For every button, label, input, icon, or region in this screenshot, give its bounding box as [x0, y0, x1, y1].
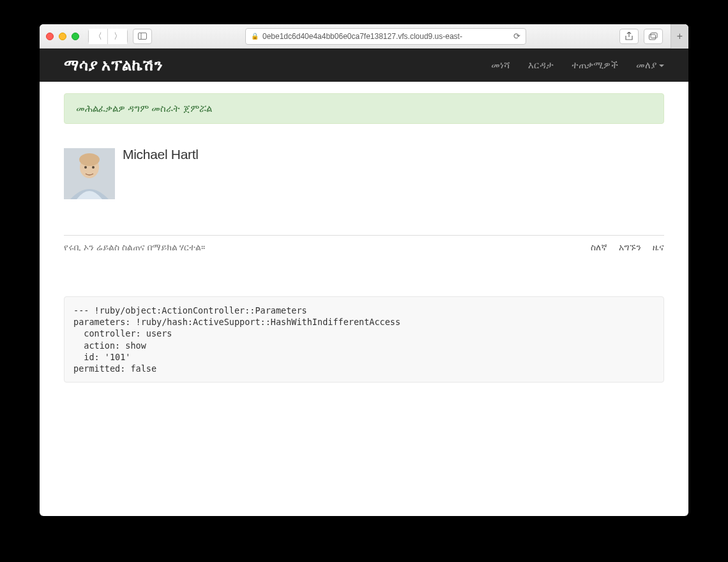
- profile-name: Michael Hartl: [123, 147, 199, 162]
- back-button[interactable]: 〈: [89, 29, 108, 44]
- page-footer: የሩቢ ኦን ሬይልስ ስልጠና በማይክል ሃርተል፡፡ ስለኛ አግኙን ዜ…: [64, 242, 664, 253]
- svg-point-7: [84, 166, 87, 169]
- svg-point-6: [79, 153, 100, 166]
- footer-link-about[interactable]: ስለኛ: [591, 242, 607, 253]
- nav-link-home[interactable]: መነሻ: [491, 59, 510, 71]
- forward-button[interactable]: 〉: [108, 29, 127, 44]
- browser-window: 〈 〉 🔒 0ebe1dc6d40e4a4bb06e0ca7fe138127.v…: [40, 24, 688, 516]
- footer-links: ስለኛ አግኙን ዜና: [591, 242, 664, 253]
- reload-icon[interactable]: ⟳: [513, 31, 520, 41]
- footer-tagline: የሩቢ ኦን ሬይልስ ስልጠና በማይክል ሃርተል፡፡: [64, 242, 205, 253]
- address-bar[interactable]: 🔒 0ebe1dc6d40e4a4bb06e0ca7fe138127.vfs.c…: [245, 28, 526, 45]
- sidebar-toggle-button[interactable]: [133, 29, 152, 44]
- chevron-down-icon: [659, 65, 664, 67]
- app-brand[interactable]: ማሳያ አፕልኬሽን: [64, 57, 162, 74]
- url-text: 0ebe1dc6d40e4a4bb06e0ca7fe138127.vfs.clo…: [262, 32, 510, 41]
- nav-back-forward: 〈 〉: [88, 29, 128, 44]
- nav-link-users[interactable]: ተጠቃሚዎች: [572, 59, 618, 71]
- page-content: መሕልፈቃልዎ ዳግም መስራት ጀምሯል Michael Hartl የሩቢ …: [40, 82, 688, 516]
- nav-link-account-label: መለያ: [636, 59, 656, 71]
- app-navbar: ማሳያ አፕልኬሽን መነሻ እርዳታ ተጠቃሚዎች መለያ: [40, 49, 688, 82]
- browser-titlebar: 〈 〉 🔒 0ebe1dc6d40e4a4bb06e0ca7fe138127.v…: [40, 24, 688, 49]
- divider: [64, 235, 664, 236]
- svg-rect-2: [649, 34, 656, 40]
- nav-link-help[interactable]: እርዳታ: [528, 59, 554, 71]
- nav-links: መነሻ እርዳታ ተጠቃሚዎች መለያ: [491, 59, 664, 71]
- minimize-icon[interactable]: [59, 33, 66, 40]
- new-tab-button[interactable]: +: [671, 24, 688, 49]
- avatar: [64, 148, 115, 199]
- share-button[interactable]: [619, 29, 639, 44]
- nav-link-account[interactable]: መለያ: [636, 59, 664, 71]
- footer-link-contact[interactable]: አግኙን: [619, 242, 641, 253]
- toolbar-right: [619, 29, 663, 44]
- tabs-button[interactable]: [644, 29, 663, 44]
- svg-rect-0: [139, 33, 147, 40]
- profile-section: Michael Hartl: [64, 148, 664, 199]
- zoom-icon[interactable]: [72, 33, 79, 40]
- lock-icon: 🔒: [251, 33, 259, 40]
- footer-link-news[interactable]: ዜና: [653, 242, 664, 253]
- close-icon[interactable]: [46, 33, 54, 40]
- svg-point-8: [92, 166, 95, 169]
- window-controls: [46, 33, 79, 40]
- debug-dump: --- !ruby/object:ActionController::Param…: [64, 296, 664, 383]
- svg-rect-3: [651, 33, 657, 38]
- flash-success: መሕልፈቃልዎ ዳግም መስራት ጀምሯል: [64, 93, 664, 124]
